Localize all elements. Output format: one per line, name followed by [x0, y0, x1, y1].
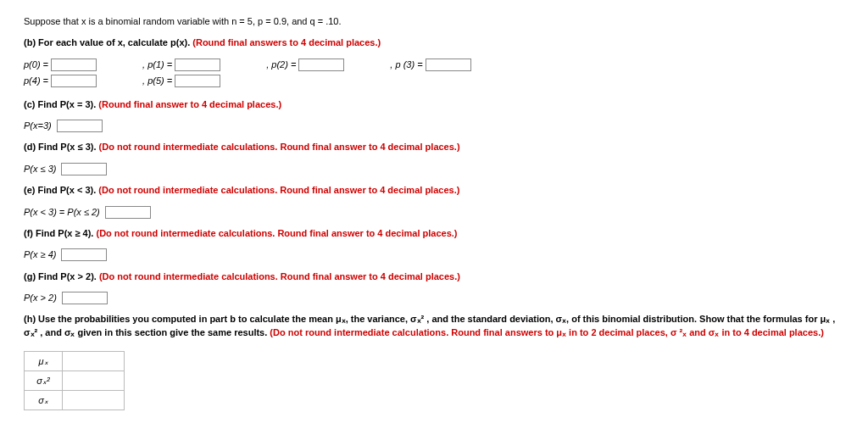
part-h-rule: (Do not round intermediate calculations.…: [270, 327, 824, 337]
part-d-answer: P(x ≤ 3): [24, 163, 844, 176]
part-f-prompt: (f) Find P(x ≥ 4). (Do not round interme…: [24, 227, 844, 240]
label-d: P(x ≤ 3): [24, 163, 56, 176]
part-c-text: (c) Find P(x = 3).: [24, 99, 98, 109]
input-p1[interactable]: [175, 58, 220, 71]
label-mu: μₓ: [25, 352, 63, 371]
part-c-rule: (Round final answer to 4 decimal places.…: [98, 99, 281, 109]
part-e-answer: P(x < 3) = P(x ≤ 2): [24, 206, 844, 219]
part-e-text: (e) Find P(x < 3).: [24, 185, 98, 195]
input-p3[interactable]: [426, 58, 471, 71]
part-b-prompt: (b) For each value of x, calculate p(x).…: [24, 36, 844, 49]
part-b-row2: p(4) = , p(5) =: [24, 75, 844, 87]
label-p2: , p(2) =: [266, 58, 296, 71]
part-c-prompt: (c) Find P(x = 3). (Round final answer t…: [24, 98, 844, 111]
part-g-rule: (Do not round intermediate calculations.…: [99, 271, 460, 281]
part-h-prompt: (h) Use the probabilities you computed i…: [24, 313, 844, 339]
part-f-rule: (Do not round intermediate calculations.…: [96, 228, 457, 238]
input-e[interactable]: [105, 206, 151, 219]
part-f-text: (f) Find P(x ≥ 4).: [24, 228, 96, 238]
part-d-prompt: (d) Find P(x ≤ 3). (Do not round interme…: [24, 141, 844, 153]
input-c[interactable]: [57, 120, 103, 132]
input-f[interactable]: [61, 248, 107, 261]
label-f: P(x ≥ 4): [24, 248, 56, 261]
label-p0: p(0) =: [24, 58, 48, 71]
stats-table: μₓ σₓ² σₓ: [24, 351, 125, 410]
table-row: σₓ: [25, 391, 125, 410]
part-b-rule: (Round final answers to 4 decimal places…: [192, 37, 381, 47]
part-e-prompt: (e) Find P(x < 3). (Do not round interme…: [24, 184, 844, 197]
part-b-row1: p(0) = , p(1) = , p(2) = , p (3) =: [24, 58, 844, 71]
part-d-rule: (Do not round intermediate calculations.…: [99, 142, 460, 152]
part-b-text: (b) For each value of x, calculate p(x).: [24, 37, 192, 47]
label-p3: , p (3) =: [390, 58, 422, 71]
problem-intro: Suppose that x is a binomial random vari…: [24, 15, 844, 28]
part-c-answer: P(x=3): [24, 120, 844, 132]
part-d-text: (d) Find P(x ≤ 3).: [24, 142, 99, 152]
input-sd-cell[interactable]: [63, 391, 125, 410]
part-g-text: (g) Find P(x > 2).: [24, 271, 99, 281]
table-row: σₓ²: [25, 371, 125, 391]
label-p4: p(4) =: [24, 75, 48, 87]
part-g-prompt: (g) Find P(x > 2). (Do not round interme…: [24, 270, 844, 283]
part-e-rule: (Do not round intermediate calculations.…: [98, 185, 459, 195]
label-g: P(x > 2): [24, 292, 57, 304]
label-sd: σₓ: [25, 391, 63, 410]
part-g-answer: P(x > 2): [24, 292, 844, 304]
input-p0[interactable]: [51, 58, 97, 71]
label-e: P(x < 3) = P(x ≤ 2): [24, 206, 100, 219]
input-p5[interactable]: [175, 75, 220, 87]
label-p1: , p(1) =: [142, 58, 172, 71]
table-row: μₓ: [25, 352, 125, 371]
part-f-answer: P(x ≥ 4): [24, 248, 844, 261]
input-p4[interactable]: [51, 75, 97, 87]
input-mu-cell[interactable]: [63, 352, 125, 371]
label-c: P(x=3): [24, 120, 52, 132]
input-var-cell[interactable]: [63, 371, 125, 391]
input-p2[interactable]: [298, 58, 344, 71]
input-d[interactable]: [61, 163, 107, 176]
label-p5: , p(5) =: [142, 75, 172, 87]
input-g[interactable]: [62, 292, 108, 304]
label-var: σₓ²: [25, 371, 63, 391]
